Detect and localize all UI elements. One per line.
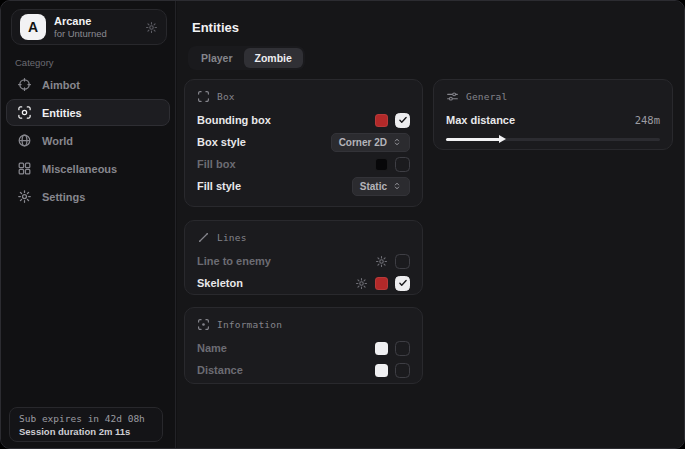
color-swatch[interactable] <box>375 364 388 377</box>
distance-row: Distance <box>197 359 410 381</box>
bounding-box-checkbox[interactable] <box>395 113 410 128</box>
sub-expires-text: Sub expires in 42d 08h <box>19 413 153 424</box>
max-distance-value: 248m <box>635 114 660 126</box>
row-label: Box style <box>197 136 246 148</box>
chevrons-up-down-icon <box>392 136 402 148</box>
section-title: Lines <box>217 232 247 243</box>
section-title: Information <box>217 319 282 330</box>
grid-icon <box>17 161 32 176</box>
row-label: Max distance <box>446 114 515 126</box>
skeleton-checkbox[interactable] <box>395 276 410 291</box>
sidebar: A Arcane for Unturned Category Aimbot En… <box>1 1 176 448</box>
gear-icon[interactable] <box>145 21 158 34</box>
check-icon <box>398 278 408 288</box>
name-checkbox[interactable] <box>395 341 410 356</box>
app-meta: Arcane for Unturned <box>54 15 137 40</box>
lines-section: Lines Line to enemy Skeleton <box>184 220 423 295</box>
max-distance-row: Max distance 248m <box>446 109 660 131</box>
main-panel: Entities Player Zombie Box Bounding box … <box>177 1 684 448</box>
bounding-box-row: Bounding box <box>197 109 410 131</box>
session-duration-text: Session duration 2m 11s <box>19 426 153 437</box>
fill-box-checkbox[interactable] <box>395 157 410 172</box>
app-subtitle: for Unturned <box>54 29 137 39</box>
slider-thumb[interactable] <box>499 135 506 143</box>
tab-zombie[interactable]: Zombie <box>244 48 303 68</box>
information-section: Information Name Distance <box>184 307 423 384</box>
gear-icon[interactable] <box>375 255 388 268</box>
fill-style-select[interactable]: Static <box>352 177 410 196</box>
sidebar-item-aimbot[interactable]: Aimbot <box>6 71 170 98</box>
row-label: Bounding box <box>197 114 271 126</box>
app-logo: A <box>20 14 46 40</box>
scan-icon <box>197 90 210 103</box>
tab-player[interactable]: Player <box>190 48 244 68</box>
sidebar-nav: Aimbot Entities World Miscellaneous Sett… <box>6 71 170 211</box>
lines-section-header: Lines <box>197 230 410 245</box>
select-value: Corner 2D <box>339 137 387 148</box>
scan-eye-icon <box>197 318 210 331</box>
app-name: Arcane <box>54 15 137 27</box>
sidebar-item-label: Entities <box>42 107 82 119</box>
row-label: Fill style <box>197 180 241 192</box>
subscription-card: Sub expires in 42d 08h Session duration … <box>9 407 163 442</box>
row-label: Name <box>197 342 227 354</box>
general-section: General Max distance 248m <box>433 79 673 150</box>
scan-box-icon <box>17 105 32 120</box>
sidebar-item-world[interactable]: World <box>6 127 170 154</box>
color-swatch[interactable] <box>375 277 388 290</box>
skeleton-row: Skeleton <box>197 272 410 294</box>
entity-tabs: Player Zombie <box>188 46 305 70</box>
sidebar-item-label: Settings <box>42 191 85 203</box>
slider-fill <box>446 138 500 141</box>
box-style-row: Box style Corner 2D <box>197 131 410 153</box>
app-window: A Arcane for Unturned Category Aimbot En… <box>0 0 685 449</box>
fill-box-row: Fill box <box>197 153 410 175</box>
color-swatch[interactable] <box>375 158 388 171</box>
category-label: Category <box>15 57 54 68</box>
chevrons-up-down-icon <box>392 180 402 192</box>
sidebar-item-label: Miscellaneous <box>42 163 117 175</box>
slider-track <box>446 138 660 141</box>
max-distance-slider[interactable] <box>446 134 660 144</box>
globe-icon <box>17 133 32 148</box>
information-section-header: Information <box>197 317 410 332</box>
sliders-icon <box>446 90 459 103</box>
check-icon <box>398 115 408 125</box>
general-section-header: General <box>446 89 660 104</box>
line-icon <box>197 231 210 244</box>
color-swatch[interactable] <box>375 114 388 127</box>
gear-icon <box>17 189 32 204</box>
sidebar-item-label: World <box>42 135 73 147</box>
box-section: Box Bounding box Box style Corner 2D <box>184 79 423 207</box>
sidebar-item-label: Aimbot <box>42 79 80 91</box>
select-value: Static <box>360 181 387 192</box>
distance-checkbox[interactable] <box>395 363 410 378</box>
section-title: Box <box>217 91 235 102</box>
sidebar-item-entities[interactable]: Entities <box>6 99 170 126</box>
fill-style-row: Fill style Static <box>197 175 410 197</box>
sidebar-item-miscellaneous[interactable]: Miscellaneous <box>6 155 170 182</box>
row-label: Line to enemy <box>197 255 271 267</box>
line-to-enemy-checkbox[interactable] <box>395 254 410 269</box>
max-distance-slider-row <box>446 134 660 144</box>
sidebar-item-settings[interactable]: Settings <box>6 183 170 210</box>
crosshair-icon <box>17 77 32 92</box>
line-to-enemy-row: Line to enemy <box>197 250 410 272</box>
gear-icon[interactable] <box>355 277 368 290</box>
row-label: Skeleton <box>197 277 243 289</box>
name-row: Name <box>197 337 410 359</box>
color-swatch[interactable] <box>375 342 388 355</box>
section-title: General <box>466 91 507 102</box>
app-header-card: A Arcane for Unturned <box>11 9 167 45</box>
box-style-select[interactable]: Corner 2D <box>331 133 410 152</box>
row-label: Fill box <box>197 158 236 170</box>
box-section-header: Box <box>197 89 410 104</box>
row-label: Distance <box>197 364 243 376</box>
page-title: Entities <box>192 20 239 35</box>
